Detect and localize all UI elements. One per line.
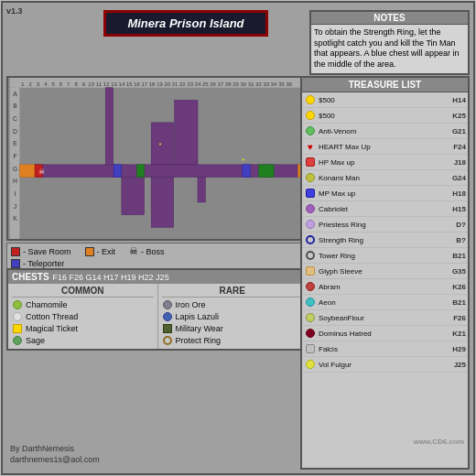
abram-icon <box>304 280 317 293</box>
rare-header: RARE <box>162 286 304 298</box>
teleporter-icon <box>11 259 20 268</box>
tower-ring-icon <box>304 249 317 262</box>
svg-text:17: 17 <box>142 81 148 87</box>
svg-text:20: 20 <box>164 81 170 87</box>
treasure-box: TREASURE LIST $500 H14 $500 K25 Anti-Ven… <box>300 76 470 470</box>
protect-ring-label: Protect Ring <box>176 336 222 345</box>
chests-header: CHESTS F16 F26 G14 H17 H19 H22 J25 <box>8 270 307 284</box>
chests-box: CHESTS F16 F26 G14 H17 H19 H22 J25 COMMO… <box>6 268 308 351</box>
svg-text:D: D <box>13 128 17 135</box>
treasure-item-500-k25: $500 K25 <box>302 108 468 124</box>
boss-icon: ☠ <box>129 245 138 257</box>
svg-text:14: 14 <box>119 81 125 87</box>
svg-text:12: 12 <box>103 81 110 87</box>
svg-text:10: 10 <box>88 81 94 87</box>
treasure-item-glyph: Glyph Sleeve G35 <box>302 264 468 279</box>
konami-icon <box>304 171 317 184</box>
chest-iron-ore: Iron Ore <box>162 299 304 310</box>
rare-col: RARE Iron Ore Lapis Lazuli Military Wear… <box>158 284 308 349</box>
chest-cotton-thread: Cotton Thread <box>12 311 154 322</box>
svg-text:1: 1 <box>21 81 24 87</box>
svg-text:2: 2 <box>29 81 32 87</box>
svg-text:A: A <box>13 91 17 97</box>
treasure-item-mp: MP Max up H18 <box>302 186 468 201</box>
falcis-icon <box>304 342 317 355</box>
svg-text:8: 8 <box>74 81 77 87</box>
vol-fulgur-icon <box>304 358 317 371</box>
chests-title: CHESTS <box>12 272 49 282</box>
ticket-icon <box>12 323 23 334</box>
chest-protect-ring: Protect Ring <box>162 335 304 346</box>
svg-text:19: 19 <box>157 81 163 87</box>
save-room-icon <box>11 247 20 256</box>
strength-ring-icon <box>304 233 317 246</box>
svg-rect-53 <box>175 100 198 164</box>
svg-text:22: 22 <box>179 81 186 87</box>
treasure-item-soybean: SoybeanFlour F26 <box>302 310 468 326</box>
svg-text:E: E <box>13 140 17 146</box>
treasure-item-aeon: Aeon B21 <box>302 295 468 310</box>
svg-text:16: 16 <box>134 81 140 87</box>
svg-text:26: 26 <box>210 81 216 87</box>
treasure-item-strength-ring: Strength Ring B? <box>302 233 468 248</box>
treasure-item-tower-ring: Tower Ring B21 <box>302 248 468 264</box>
svg-text:25: 25 <box>202 81 209 87</box>
coin-icon <box>304 93 317 106</box>
svg-text:23: 23 <box>187 81 193 87</box>
svg-rect-63 <box>137 165 145 178</box>
svg-text:11: 11 <box>96 81 103 87</box>
iron-ore-icon <box>162 299 173 310</box>
priestess-icon <box>304 218 317 231</box>
svg-text:F: F <box>13 153 16 159</box>
svg-text:6: 6 <box>60 81 62 87</box>
treasure-item-priestess: Priestess Ring D? <box>302 217 468 233</box>
notes-box: NOTES To obtain the Strength Ring, let t… <box>309 10 470 75</box>
credits-line2: darthnemes1s@aol.com <box>10 454 100 466</box>
exit-icon <box>85 247 94 256</box>
svg-rect-54 <box>122 178 144 215</box>
svg-text:B: B <box>13 103 17 109</box>
svg-rect-51 <box>105 88 113 165</box>
treasure-item-dominus: Dominus Hatred K21 <box>302 326 468 341</box>
lapis-icon <box>162 311 173 322</box>
legend-teleport-text: - Teleporter <box>23 259 64 268</box>
legend-boss: ☠ - Boss <box>129 245 165 257</box>
treasure-item-vol-fulgur: Vol Fulgur J25 <box>302 357 468 373</box>
chest-military-wear: Military Wear <box>162 323 304 334</box>
ticket-label: Magical Ticket <box>26 324 78 333</box>
chest-magical-ticket: Magical Ticket <box>12 323 154 334</box>
chest-chamomile: Chamomile <box>12 299 154 310</box>
svg-text:36: 36 <box>286 81 292 87</box>
svg-text:3: 3 <box>37 81 39 87</box>
legend-save-text: - Save Room <box>23 247 71 256</box>
treasure-item-abram: Abram K26 <box>302 279 468 295</box>
svg-rect-61 <box>114 165 121 178</box>
treasure-header: TREASURE LIST <box>302 78 468 92</box>
svg-text:21: 21 <box>172 81 178 87</box>
credits-line1: By DarthNemesis <box>10 443 100 455</box>
legend-exit: - Exit <box>85 245 116 257</box>
sage-label: Sage <box>26 336 45 345</box>
svg-text:H: H <box>13 178 17 184</box>
chest-lapis: Lapis Lazuli <box>162 311 304 322</box>
chests-coords: F16 F26 G14 H17 H19 H22 J25 <box>53 273 169 282</box>
chest-sage: Sage <box>12 335 154 346</box>
svg-text:*: * <box>158 141 161 149</box>
notes-header: NOTES <box>311 12 468 25</box>
chamomile-label: Chamomile <box>26 300 68 309</box>
chamomile-icon <box>12 299 23 310</box>
dominus-icon <box>304 327 317 340</box>
svg-text:J: J <box>14 203 16 210</box>
svg-text:35: 35 <box>278 81 285 87</box>
svg-text:7: 7 <box>67 81 70 87</box>
hp-icon <box>304 156 317 168</box>
svg-text:*: * <box>242 157 244 165</box>
svg-text:9: 9 <box>82 81 85 87</box>
svg-rect-64 <box>258 165 274 178</box>
legend-save-room: - Save Room <box>11 245 71 257</box>
cotton-icon <box>12 311 23 322</box>
svg-text:30: 30 <box>241 81 247 87</box>
treasure-item-hp: HP Max up J18 <box>302 155 468 170</box>
svg-text:28: 28 <box>225 81 232 87</box>
military-icon <box>162 323 173 334</box>
